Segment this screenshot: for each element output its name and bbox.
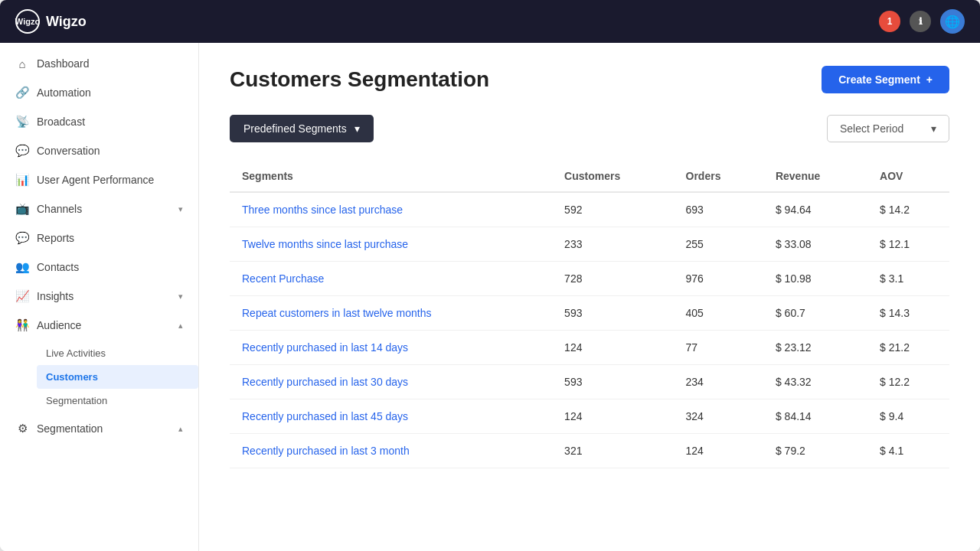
select-period-dropdown[interactable]: Select Period ▾ — [827, 115, 949, 142]
sidebar-item-insights[interactable]: 📈 Insights ▾ — [0, 282, 198, 311]
customers-cell: 233 — [552, 227, 673, 262]
sidebar-label-segmentation: Segmentation — [37, 422, 103, 435]
segment-name-cell[interactable]: Recently purchased in last 45 days — [230, 399, 552, 434]
conversation-icon: 💬 — [15, 144, 29, 158]
col-revenue: Revenue — [763, 161, 867, 192]
orders-cell: 77 — [674, 331, 763, 365]
orders-cell: 405 — [674, 296, 763, 331]
body: ⌂ Dashboard 🔗 Automation 📡 Broadcast 💬 C… — [0, 43, 980, 551]
revenue-cell: $ 60.7 — [763, 296, 867, 331]
orders-cell: 324 — [674, 399, 763, 434]
app-name: Wigzo — [46, 14, 87, 30]
segment-name-cell[interactable]: Recently purchased in last 3 month — [230, 434, 552, 468]
customers-cell: 593 — [552, 296, 673, 331]
aov-cell: $ 3.1 — [867, 262, 949, 296]
sidebar-item-segmentation-main[interactable]: ⚙ Segmentation ▴ — [0, 414, 198, 443]
notification-badge[interactable]: 1 — [879, 11, 900, 32]
automation-icon: 🔗 — [15, 86, 29, 99]
predefined-segments-button[interactable]: Predefined Segments ▾ — [230, 115, 374, 142]
revenue-cell: $ 23.12 — [763, 331, 867, 365]
table-row: Twelve months since last purchase 233 25… — [230, 227, 949, 262]
table-row: Recent Purchase 728 976 $ 10.98 $ 3.1 — [230, 262, 949, 296]
sidebar-item-user-agent-performance[interactable]: 📊 User Agent Performance — [0, 165, 198, 194]
table-row: Recently purchased in last 45 days 124 3… — [230, 399, 949, 434]
sidebar-label-user-agent-performance: User Agent Performance — [37, 174, 154, 186]
sidebar-label-conversation: Conversation — [37, 145, 100, 157]
table-row: Recently purchased in last 30 days 593 2… — [230, 365, 949, 399]
orders-cell: 234 — [674, 365, 763, 399]
predefined-arrow-icon: ▾ — [354, 122, 360, 135]
sidebar-label-automation: Automation — [37, 86, 91, 99]
customers-cell: 321 — [552, 434, 673, 468]
revenue-cell: $ 43.32 — [763, 365, 867, 399]
sidebar-item-audience[interactable]: 👫 Audience ▴ — [0, 311, 198, 340]
header-right: 1 ℹ 🌐 — [879, 9, 965, 34]
sidebar-item-dashboard[interactable]: ⌂ Dashboard — [0, 49, 198, 78]
create-segment-label: Create Segment — [838, 73, 920, 86]
sidebar-item-channels[interactable]: 📺 Channels ▾ — [0, 194, 198, 223]
segments-table-wrap: Segments Customers Orders Revenue AOV Th… — [230, 161, 949, 468]
home-icon: ⌂ — [15, 57, 29, 70]
sidebar-label-contacts: Contacts — [37, 261, 79, 273]
orders-cell: 124 — [674, 434, 763, 468]
predefined-segments-label: Predefined Segments — [243, 122, 347, 135]
sidebar-subitem-segmentation[interactable]: Segmentation — [37, 389, 198, 412]
segment-name-cell[interactable]: Recently purchased in last 14 days — [230, 331, 552, 365]
segment-name-cell[interactable]: Repeat customers in last twelve months — [230, 296, 552, 331]
select-period-label: Select Period — [840, 122, 903, 135]
chevron-down-icon: ▾ — [178, 204, 183, 214]
broadcast-icon: 📡 — [15, 115, 29, 129]
user-avatar[interactable]: 🌐 — [940, 9, 965, 34]
table-row: Recently purchased in last 14 days 124 7… — [230, 331, 949, 365]
chevron-down-icon-insights: ▾ — [178, 292, 183, 302]
customers-cell: 593 — [552, 365, 673, 399]
sidebar-item-automation[interactable]: 🔗 Automation — [0, 78, 198, 107]
segment-name-cell[interactable]: Recently purchased in last 30 days — [230, 365, 552, 399]
sidebar-label-broadcast: Broadcast — [37, 116, 85, 128]
info-badge[interactable]: ℹ — [910, 11, 931, 32]
sidebar-item-reports[interactable]: 💬 Reports — [0, 223, 198, 253]
aov-cell: $ 21.2 — [867, 331, 949, 365]
col-orders: Orders — [674, 161, 763, 192]
insights-icon: 📈 — [15, 289, 29, 303]
create-segment-button[interactable]: Create Segment + — [822, 66, 949, 93]
sidebar-item-broadcast[interactable]: 📡 Broadcast — [0, 107, 198, 136]
col-customers: Customers — [552, 161, 673, 192]
orders-cell: 693 — [674, 192, 763, 227]
revenue-cell: $ 10.98 — [763, 262, 867, 296]
segments-table: Segments Customers Orders Revenue AOV Th… — [230, 161, 949, 468]
page-title: Customers Segmentation — [230, 67, 489, 92]
chevron-up-icon-audience: ▴ — [178, 321, 183, 331]
segment-name-cell[interactable]: Recent Purchase — [230, 262, 552, 296]
revenue-cell: $ 94.64 — [763, 192, 867, 227]
reports-icon: 💬 — [15, 231, 29, 245]
col-aov: AOV — [867, 161, 949, 192]
aov-cell: $ 14.2 — [867, 192, 949, 227]
sidebar-item-conversation[interactable]: 💬 Conversation — [0, 136, 198, 165]
revenue-cell: $ 33.08 — [763, 227, 867, 262]
customers-cell: 124 — [552, 399, 673, 434]
segmentation-icon: ⚙ — [15, 422, 29, 435]
sidebar-label-audience: Audience — [37, 319, 81, 331]
sidebar-label-channels: Channels — [37, 203, 82, 215]
orders-cell: 976 — [674, 262, 763, 296]
audience-icon: 👫 — [15, 318, 29, 332]
sidebar-subitem-live-activities[interactable]: Live Activities — [37, 341, 198, 365]
toolbar: Predefined Segments ▾ Select Period ▾ — [230, 115, 949, 142]
segment-name-cell[interactable]: Twelve months since last purchase — [230, 227, 552, 262]
sidebar: ⌂ Dashboard 🔗 Automation 📡 Broadcast 💬 C… — [0, 43, 199, 551]
sidebar-subitem-customers[interactable]: Customers — [37, 365, 198, 389]
table-header: Segments Customers Orders Revenue AOV — [230, 161, 949, 192]
contacts-icon: 👥 — [15, 260, 29, 274]
logo-icon: Wigzo — [15, 9, 40, 34]
chevron-up-icon-segmentation: ▴ — [178, 424, 183, 434]
aov-cell: $ 12.1 — [867, 227, 949, 262]
main-content: Customers Segmentation Create Segment + … — [199, 43, 980, 551]
segment-name-cell[interactable]: Three months since last purchase — [230, 192, 552, 227]
customers-cell: 124 — [552, 331, 673, 365]
aov-cell: $ 4.1 — [867, 434, 949, 468]
sidebar-label-insights: Insights — [37, 290, 74, 302]
table-row: Three months since last purchase 592 693… — [230, 192, 949, 227]
plus-icon: + — [926, 73, 933, 86]
sidebar-item-contacts[interactable]: 👥 Contacts — [0, 253, 198, 282]
